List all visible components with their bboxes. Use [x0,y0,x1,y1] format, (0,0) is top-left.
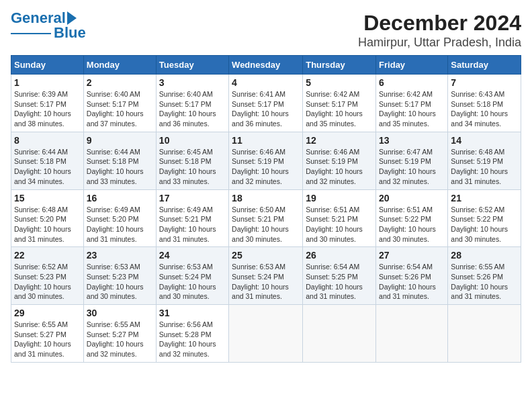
calendar-cell: 22Sunrise: 6:52 AM Sunset: 5:23 PM Dayli… [11,247,84,305]
day-number: 15 [14,193,81,203]
day-number: 8 [14,135,81,146]
day-info: Sunrise: 6:51 AM Sunset: 5:22 PM Dayligh… [379,205,445,244]
calendar-cell: 11Sunrise: 6:46 AM Sunset: 5:19 PM Dayli… [229,132,303,189]
day-info: Sunrise: 6:53 AM Sunset: 5:24 PM Dayligh… [159,262,226,302]
logo-text: General [11,11,66,26]
day-number: 29 [14,308,81,318]
calendar-subtitle: Hamirpur, Uttar Pradesh, India [358,36,521,50]
calendar-cell: 28Sunrise: 6:55 AM Sunset: 5:26 PM Dayli… [448,247,521,305]
calendar-cell [229,305,303,363]
calendar-cell: 27Sunrise: 6:54 AM Sunset: 5:26 PM Dayli… [376,247,448,305]
day-number: 3 [159,77,226,88]
day-info: Sunrise: 6:55 AM Sunset: 5:27 PM Dayligh… [14,320,81,359]
week-row-2: 8Sunrise: 6:44 AM Sunset: 5:18 PM Daylig… [11,132,521,189]
day-info: Sunrise: 6:55 AM Sunset: 5:26 PM Dayligh… [451,262,518,302]
day-info: Sunrise: 6:52 AM Sunset: 5:22 PM Dayligh… [451,205,518,244]
day-info: Sunrise: 6:53 AM Sunset: 5:23 PM Dayligh… [87,262,153,302]
day-number: 9 [87,135,153,146]
week-row-3: 15Sunrise: 6:48 AM Sunset: 5:20 PM Dayli… [11,189,521,247]
day-number: 13 [379,135,445,146]
day-number: 21 [451,193,518,203]
logo-blue-text: Blue [54,26,86,40]
calendar-cell: 9Sunrise: 6:44 AM Sunset: 5:18 PM Daylig… [83,132,156,189]
header-monday: Monday [83,56,156,75]
day-info: Sunrise: 6:49 AM Sunset: 5:20 PM Dayligh… [87,205,153,244]
header-sunday: Sunday [11,56,84,75]
header-thursday: Thursday [303,56,376,75]
day-info: Sunrise: 6:42 AM Sunset: 5:17 PM Dayligh… [379,89,445,129]
calendar-cell: 7Sunrise: 6:43 AM Sunset: 5:18 PM Daylig… [448,75,521,132]
day-number: 28 [451,250,518,261]
calendar-header-row: SundayMondayTuesdayWednesdayThursdayFrid… [11,56,521,75]
calendar-cell: 12Sunrise: 6:46 AM Sunset: 5:19 PM Dayli… [303,132,376,189]
calendar-cell: 16Sunrise: 6:49 AM Sunset: 5:20 PM Dayli… [83,189,156,247]
week-row-1: 1Sunrise: 6:39 AM Sunset: 5:17 PM Daylig… [11,75,521,132]
calendar-cell: 29Sunrise: 6:55 AM Sunset: 5:27 PM Dayli… [11,305,84,363]
day-number: 5 [306,77,373,88]
title-block: December 2024 Hamirpur, Uttar Pradesh, I… [358,11,521,50]
calendar-cell: 8Sunrise: 6:44 AM Sunset: 5:18 PM Daylig… [11,132,84,189]
calendar-cell: 25Sunrise: 6:53 AM Sunset: 5:24 PM Dayli… [229,247,303,305]
calendar-cell [376,305,448,363]
day-info: Sunrise: 6:51 AM Sunset: 5:21 PM Dayligh… [306,205,373,244]
header-tuesday: Tuesday [156,56,228,75]
day-number: 4 [232,77,300,88]
day-info: Sunrise: 6:47 AM Sunset: 5:19 PM Dayligh… [379,147,445,187]
logo-arrow-icon [67,11,77,25]
day-info: Sunrise: 6:44 AM Sunset: 5:18 PM Dayligh… [14,147,81,187]
day-info: Sunrise: 6:48 AM Sunset: 5:19 PM Dayligh… [451,147,518,187]
day-info: Sunrise: 6:40 AM Sunset: 5:17 PM Dayligh… [87,89,153,129]
day-number: 1 [14,77,81,88]
day-info: Sunrise: 6:46 AM Sunset: 5:19 PM Dayligh… [306,147,373,187]
day-info: Sunrise: 6:54 AM Sunset: 5:26 PM Dayligh… [379,262,445,302]
week-row-4: 22Sunrise: 6:52 AM Sunset: 5:23 PM Dayli… [11,247,521,305]
day-info: Sunrise: 6:55 AM Sunset: 5:27 PM Dayligh… [87,320,153,359]
calendar-cell [448,305,521,363]
day-number: 22 [14,250,81,261]
page-header: General Blue December 2024 Hamirpur, Utt… [11,11,521,50]
calendar-cell: 1Sunrise: 6:39 AM Sunset: 5:17 PM Daylig… [11,75,84,132]
calendar-cell: 20Sunrise: 6:51 AM Sunset: 5:22 PM Dayli… [376,189,448,247]
header-friday: Friday [376,56,448,75]
calendar-cell: 23Sunrise: 6:53 AM Sunset: 5:23 PM Dayli… [83,247,156,305]
day-number: 31 [159,308,226,318]
day-info: Sunrise: 6:42 AM Sunset: 5:17 PM Dayligh… [306,89,373,129]
day-info: Sunrise: 6:40 AM Sunset: 5:17 PM Dayligh… [159,89,226,129]
day-info: Sunrise: 6:46 AM Sunset: 5:19 PM Dayligh… [232,147,300,187]
calendar-cell: 13Sunrise: 6:47 AM Sunset: 5:19 PM Dayli… [376,132,448,189]
calendar-table: SundayMondayTuesdayWednesdayThursdayFrid… [11,55,521,363]
calendar-cell: 17Sunrise: 6:49 AM Sunset: 5:21 PM Dayli… [156,189,228,247]
day-number: 26 [306,250,373,261]
logo: General Blue [11,11,86,40]
day-number: 2 [87,77,153,88]
week-row-5: 29Sunrise: 6:55 AM Sunset: 5:27 PM Dayli… [11,305,521,363]
day-number: 12 [306,135,373,146]
day-number: 10 [159,135,226,146]
day-number: 6 [379,77,445,88]
day-number: 24 [159,250,226,261]
calendar-cell: 4Sunrise: 6:41 AM Sunset: 5:17 PM Daylig… [229,75,303,132]
calendar-cell: 30Sunrise: 6:55 AM Sunset: 5:27 PM Dayli… [83,305,156,363]
calendar-cell: 14Sunrise: 6:48 AM Sunset: 5:19 PM Dayli… [448,132,521,189]
calendar-cell: 18Sunrise: 6:50 AM Sunset: 5:21 PM Dayli… [229,189,303,247]
calendar-cell: 24Sunrise: 6:53 AM Sunset: 5:24 PM Dayli… [156,247,228,305]
day-info: Sunrise: 6:56 AM Sunset: 5:28 PM Dayligh… [159,320,226,359]
header-saturday: Saturday [448,56,521,75]
header-wednesday: Wednesday [229,56,303,75]
day-number: 7 [451,77,518,88]
day-info: Sunrise: 6:43 AM Sunset: 5:18 PM Dayligh… [451,89,518,129]
calendar-cell: 19Sunrise: 6:51 AM Sunset: 5:21 PM Dayli… [303,189,376,247]
calendar-cell: 21Sunrise: 6:52 AM Sunset: 5:22 PM Dayli… [448,189,521,247]
logo-line [11,33,51,34]
day-number: 20 [379,193,445,203]
day-info: Sunrise: 6:50 AM Sunset: 5:21 PM Dayligh… [232,205,300,244]
calendar-cell: 3Sunrise: 6:40 AM Sunset: 5:17 PM Daylig… [156,75,228,132]
day-info: Sunrise: 6:45 AM Sunset: 5:18 PM Dayligh… [159,147,226,187]
calendar-title: December 2024 [358,11,521,36]
calendar-cell: 6Sunrise: 6:42 AM Sunset: 5:17 PM Daylig… [376,75,448,132]
day-number: 14 [451,135,518,146]
calendar-cell: 26Sunrise: 6:54 AM Sunset: 5:25 PM Dayli… [303,247,376,305]
day-info: Sunrise: 6:49 AM Sunset: 5:21 PM Dayligh… [159,205,226,244]
calendar-cell: 5Sunrise: 6:42 AM Sunset: 5:17 PM Daylig… [303,75,376,132]
day-number: 30 [87,308,153,318]
